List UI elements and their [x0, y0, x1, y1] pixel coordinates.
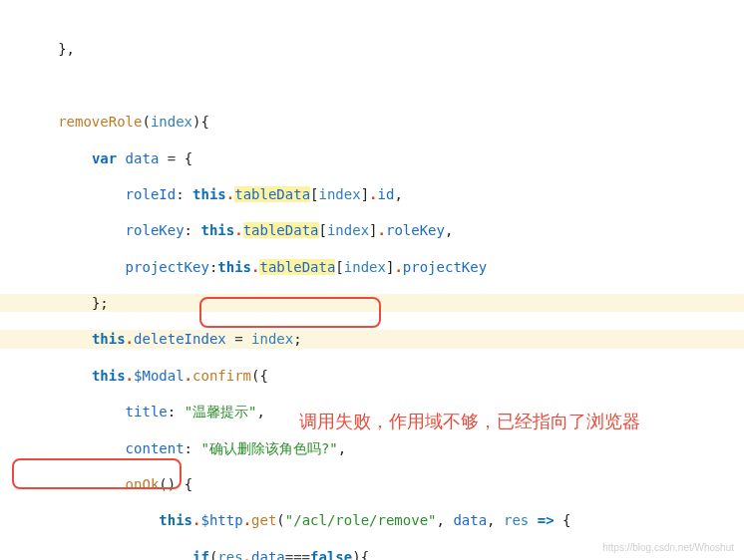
kw-false: false [310, 549, 352, 560]
code-line: projectKey:this.tableData[index].project… [0, 258, 744, 276]
code-line: removeRole(index){ [0, 113, 744, 131]
code-line: var data = { [0, 149, 744, 167]
prop: id [378, 186, 395, 202]
code-block: }, removeRole(index){ var data = { roleI… [0, 0, 744, 560]
prop-tabledata: tableData [234, 186, 310, 202]
code-line: this.$Modal.confirm({ [0, 367, 744, 385]
code-line: content: "确认删除该角色吗?", [0, 439, 744, 457]
kw-if: if [192, 549, 209, 560]
kw-this: this [192, 186, 226, 202]
code-line: roleKey: this.tableData[index].roleKey, [0, 221, 744, 239]
ident: index [344, 259, 386, 275]
key: onOk [126, 476, 160, 492]
param: index [151, 114, 192, 130]
ident: data [453, 512, 487, 528]
kw-this: this [92, 368, 126, 384]
prop: $http [200, 512, 242, 528]
prop-tabledata: tableData [259, 259, 335, 275]
kw-this: this [159, 512, 192, 528]
str: "确认删除该角色吗?" [200, 440, 337, 456]
key: roleKey [126, 222, 185, 238]
str: "温馨提示" [185, 404, 257, 420]
fn: confirm [192, 368, 251, 384]
code-line: this.$http.get("/acl/role/remove", data,… [0, 511, 744, 529]
key: roleId [126, 186, 177, 202]
code-line: onOk() { [0, 475, 744, 493]
prop: data [251, 549, 285, 560]
code-line [0, 77, 744, 95]
prop-tabledata: tableData [243, 222, 319, 238]
key: title [126, 404, 168, 420]
fn: get [251, 512, 276, 528]
annotation-text: 调用失败，作用域不够，已经指向了浏览器 [299, 411, 640, 433]
prop: projectKey [403, 259, 487, 275]
kw-this: this [200, 222, 234, 238]
kw-var: var [92, 150, 117, 166]
key: projectKey [126, 259, 209, 275]
watermark: https://blog.csdn.net/Whoshut [602, 541, 734, 554]
code-line: }; [0, 294, 744, 312]
param: res [504, 512, 529, 528]
ident: index [327, 222, 369, 238]
method-name: removeRole [58, 114, 142, 130]
kw-this: this [217, 259, 251, 275]
prop: $Modal [134, 368, 185, 384]
ident: index [319, 186, 361, 202]
ident: res [217, 549, 242, 560]
code-line: }, [0, 40, 744, 58]
kw-this: this [92, 331, 126, 347]
ident: index [251, 331, 293, 347]
code-line-highlight: this.deleteIndex = index; [0, 330, 744, 348]
code-line: roleId: this.tableData[index].id, [0, 185, 744, 203]
key: content [126, 440, 185, 456]
prop: deleteIndex [134, 331, 226, 347]
prop: roleKey [386, 222, 445, 238]
ident: data [126, 150, 160, 166]
str: "/acl/role/remove" [285, 512, 437, 528]
